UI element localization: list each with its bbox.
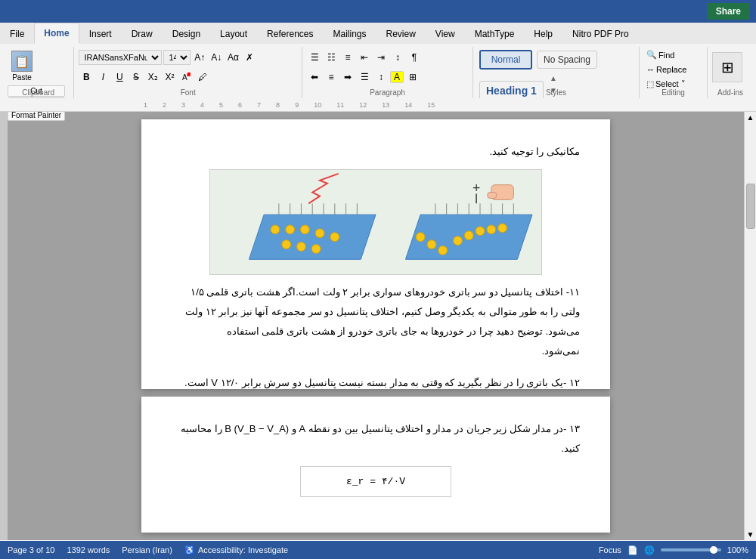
- svg-point-16: [311, 245, 321, 254]
- svg-point-15: [297, 242, 306, 252]
- shading-button[interactable]: A: [390, 71, 404, 83]
- change-case-button[interactable]: Aα: [225, 50, 240, 65]
- scroll-down-button[interactable]: ▼: [745, 529, 756, 540]
- svg-point-30: [416, 233, 425, 242]
- svg-point-14: [282, 240, 291, 249]
- align-right-button[interactable]: ➡: [340, 69, 355, 85]
- font-row-1: IRANSansXFaNum 14 A↑ A↓ Aα ✗: [79, 50, 257, 65]
- paste-button[interactable]: 📋 Paste: [8, 48, 36, 84]
- zoom-slider[interactable]: [661, 548, 721, 551]
- svg-point-12: [315, 229, 324, 238]
- scrollbar-left: [0, 112, 8, 540]
- increase-font-button[interactable]: A↑: [192, 50, 207, 65]
- tab-mailings[interactable]: Mailings: [323, 23, 376, 44]
- bold-button[interactable]: B: [79, 69, 94, 85]
- svg-point-34: [464, 231, 473, 240]
- indent-decrease-button[interactable]: ⇤: [357, 50, 372, 65]
- style-normal-button[interactable]: Normal: [479, 50, 532, 69]
- addins-group: ⊞ Add-ins: [708, 47, 753, 98]
- page2-formula: ε_r = ۴/۰V: [300, 466, 451, 497]
- scrollbar-thumb[interactable]: [746, 184, 755, 229]
- page2-para1: ١٣ -در مدار شکل زیر جریان در مدار و اختل…: [172, 419, 580, 459]
- find-button[interactable]: 🔍 Find: [644, 48, 689, 61]
- svg-point-33: [454, 236, 463, 246]
- clear-format-button[interactable]: ✗: [242, 50, 257, 65]
- replace-button[interactable]: ↔ Replace: [644, 63, 689, 76]
- paste-icon: 📋: [11, 51, 33, 72]
- scrollbar-right[interactable]: ▲ ▼: [744, 112, 756, 540]
- tab-design[interactable]: Design: [163, 23, 210, 44]
- tab-view[interactable]: View: [426, 23, 465, 44]
- page-2: ١٣ -در مدار شکل زیر جریان در مدار و اختل…: [141, 397, 610, 533]
- page1-para1: ١١- اختلاف پتانسیل دو سر باتری خودروهای …: [172, 283, 580, 361]
- tab-insert[interactable]: Insert: [79, 23, 122, 44]
- svg-point-31: [427, 240, 436, 249]
- justify-button[interactable]: ☰: [357, 69, 372, 85]
- paste-label: Paste: [12, 73, 32, 82]
- focus-mode[interactable]: Focus: [599, 545, 621, 554]
- tab-file[interactable]: File: [0, 23, 34, 44]
- font-family-select[interactable]: IRANSansXFaNum: [79, 50, 162, 65]
- ruler: 12345 678910 1112131415: [0, 98, 756, 112]
- tab-layout[interactable]: Layout: [210, 23, 257, 44]
- view-mode-print[interactable]: 📄: [627, 545, 638, 555]
- language: Persian (Iran): [122, 545, 172, 554]
- svg-point-11: [300, 225, 309, 234]
- editing-group: 🔍 Find ↔ Replace ⬚ Select ˅ Editing: [640, 47, 708, 98]
- tab-home[interactable]: Home: [34, 23, 79, 44]
- scroll-up-button[interactable]: ▲: [745, 112, 756, 123]
- superscript-button[interactable]: X²: [162, 69, 177, 85]
- zoom-thumb: [710, 546, 717, 554]
- zoom-level: 100%: [727, 545, 748, 554]
- align-left-button[interactable]: ⬅: [307, 69, 322, 85]
- view-mode-web[interactable]: 🌐: [644, 545, 655, 555]
- svg-point-37: [498, 224, 507, 233]
- clipboard-group: 📋 Paste Cut Copy Format Painter Clipboar…: [3, 47, 74, 98]
- subscript-button[interactable]: X₂: [145, 69, 160, 85]
- clipboard-label: Clipboard: [3, 88, 73, 97]
- svg-text:+: +: [472, 181, 480, 196]
- svg-point-35: [476, 227, 485, 236]
- indent-increase-button[interactable]: ⇥: [373, 50, 389, 65]
- tab-nitro[interactable]: Nitro PDF Pro: [562, 23, 639, 44]
- tab-mathtype[interactable]: MathType: [465, 23, 525, 44]
- svg-point-32: [438, 246, 448, 255]
- decrease-font-button[interactable]: A↓: [209, 50, 224, 65]
- word-count: 1392 words: [67, 545, 110, 554]
- numbered-list-button[interactable]: ☷: [324, 50, 339, 65]
- tab-help[interactable]: Help: [524, 23, 562, 44]
- tab-references[interactable]: References: [257, 23, 323, 44]
- paragraph-group: ☰ ☷ ≡ ⇤ ⇥ ↕ ¶ ⬅ ≡ ➡ ☰ ↕ A ⊞ Paragraph: [302, 47, 473, 98]
- document-pages[interactable]: مکانیکی را توجیه کنید.: [8, 112, 744, 540]
- tab-draw[interactable]: Draw: [122, 23, 163, 44]
- line-spacing-button[interactable]: ↕: [373, 69, 389, 85]
- underline-button[interactable]: U: [112, 69, 127, 85]
- multilevel-list-button[interactable]: ≡: [340, 50, 355, 65]
- italic-button[interactable]: I: [95, 69, 110, 85]
- border-button[interactable]: ⊞: [405, 69, 420, 85]
- svg-rect-29: [488, 193, 497, 199]
- strikethrough-button[interactable]: S̶: [129, 69, 144, 85]
- accessibility-status[interactable]: ♿ Accessibility: Investigate: [184, 545, 288, 555]
- para-row-1: ☰ ☷ ≡ ⇤ ⇥ ↕ ¶: [307, 50, 422, 65]
- text-color-button[interactable]: A▀: [178, 69, 194, 85]
- sort-button[interactable]: ↕: [390, 50, 405, 65]
- align-center-button[interactable]: ≡: [324, 69, 339, 85]
- styles-group: Normal No Spacing Heading 1 ▲ ▼ ▾ Styles: [473, 47, 640, 98]
- style-no-spacing-button[interactable]: No Spacing: [537, 51, 597, 69]
- share-button[interactable]: Share: [707, 3, 750, 20]
- ribbon-tabs: File Home Insert Draw Design Layout Refe…: [0, 23, 756, 44]
- svg-point-9: [271, 225, 280, 234]
- show-marks-button[interactable]: ¶: [407, 50, 422, 65]
- addins-icon[interactable]: ⊞: [712, 52, 742, 82]
- search-icon: 🔍: [646, 50, 657, 60]
- bullet-list-button[interactable]: ☰: [307, 50, 322, 65]
- svg-point-36: [487, 225, 496, 234]
- paragraph-label: Paragraph: [302, 88, 472, 97]
- styles-scroll-up[interactable]: ▲: [548, 73, 559, 84]
- title-bar: Share: [0, 0, 756, 23]
- font-size-select[interactable]: 14: [163, 50, 191, 65]
- highlight-button[interactable]: 🖊: [195, 69, 210, 85]
- tab-review[interactable]: Review: [376, 23, 426, 44]
- find-label: Find: [658, 51, 674, 60]
